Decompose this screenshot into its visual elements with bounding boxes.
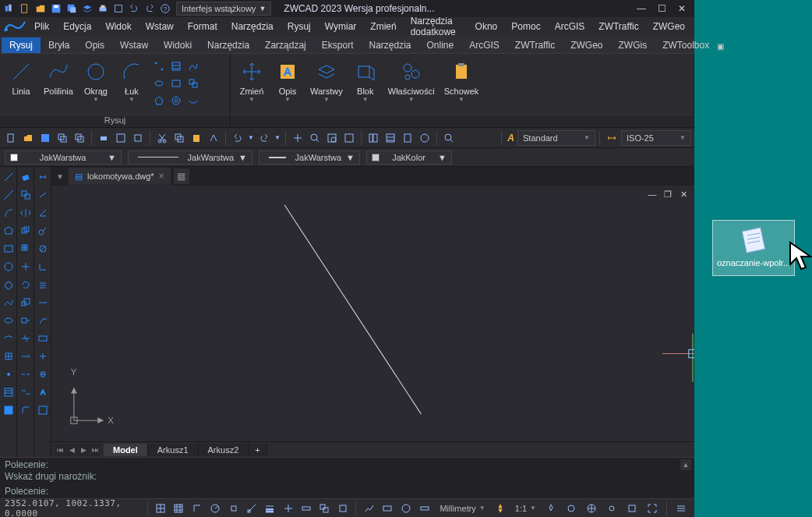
calc-icon[interactable] — [400, 130, 415, 146]
gradient-icon[interactable] — [0, 402, 17, 419]
trim-icon[interactable] — [17, 330, 34, 347]
save-icon[interactable] — [50, 2, 62, 15]
menu-arcgis[interactable]: ArcGIS — [549, 18, 591, 35]
fullscreen-icon[interactable] — [644, 501, 661, 516]
hatch-icon[interactable] — [0, 384, 17, 401]
dim-baseline-icon[interactable] — [34, 276, 51, 293]
home-icon[interactable] — [3, 2, 16, 15]
dim-aligned-icon[interactable] — [34, 186, 51, 204]
cut-icon[interactable] — [154, 130, 170, 146]
publish-icon[interactable] — [130, 130, 146, 146]
btn-luk[interactable]: Łuk▼ — [115, 57, 148, 104]
tab-widoki[interactable]: Widoki — [156, 37, 199, 53]
ellipse-arc-icon[interactable] — [0, 330, 17, 347]
cmd-history-up-icon[interactable]: ▲ — [680, 459, 691, 470]
tab-opis[interactable]: Opis — [77, 37, 112, 53]
annoscale-icon[interactable] — [492, 501, 509, 516]
menu-zmien[interactable]: Zmień — [364, 18, 402, 35]
dim-angular-icon[interactable] — [34, 204, 51, 221]
saveas-icon[interactable] — [55, 130, 70, 146]
lineweight-dropdown[interactable]: JakWarstwa▼ — [259, 150, 360, 165]
dimstyle-dropdown[interactable]: ISO-25▼ — [621, 130, 691, 146]
print-icon[interactable] — [96, 130, 111, 146]
point-icon[interactable] — [0, 366, 17, 383]
otrack-icon[interactable] — [244, 501, 259, 516]
extend-icon[interactable] — [17, 348, 34, 365]
array-icon[interactable] — [17, 240, 34, 257]
help-icon[interactable]: ? — [159, 2, 171, 15]
dim-continue-icon[interactable] — [34, 294, 51, 311]
scale-icon[interactable] — [17, 294, 34, 311]
annomonitor-icon[interactable] — [398, 501, 413, 516]
preview-icon[interactable] — [112, 2, 125, 15]
nav-last-icon[interactable]: ⏭ — [90, 444, 101, 456]
tab-zarzadzaj[interactable]: Zarządzaj — [257, 37, 314, 53]
tool-palette-icon[interactable] — [383, 130, 398, 146]
layout-add-icon[interactable]: + — [249, 444, 267, 456]
pan-icon[interactable] — [290, 130, 305, 146]
menu-narzedzia-dodatkowe[interactable]: Narzędzia dodatkowe — [404, 18, 468, 35]
nav-next-icon[interactable]: ▶ — [78, 444, 89, 456]
circle-icon[interactable] — [0, 258, 17, 275]
ortho-icon[interactable] — [189, 501, 204, 516]
menu-zwgeo[interactable]: ZWGeo — [647, 18, 691, 35]
rect-icon[interactable] — [168, 76, 184, 91]
search-icon[interactable] — [441, 130, 457, 146]
drawing-canvas[interactable]: — ❐ ✕ X Y — [51, 186, 694, 441]
saveall-icon[interactable] — [72, 130, 87, 146]
tab-wstaw[interactable]: Wstaw — [112, 37, 156, 53]
menu-edycja[interactable]: Edycja — [57, 18, 97, 35]
join-icon[interactable] — [17, 384, 34, 401]
scale-dropdown[interactable]: 1:1▼ — [512, 504, 539, 513]
menu-wymiar[interactable]: Wymiar — [319, 18, 363, 35]
copy-icon[interactable] — [171, 130, 187, 146]
preview-icon[interactable] — [113, 130, 129, 146]
btn-wlasciwosci[interactable]: Właściwości▼ — [385, 57, 438, 104]
nav-first-icon[interactable]: ⏮ — [55, 444, 65, 456]
btn-blok[interactable]: Blok▼ — [349, 57, 382, 104]
grid-icon[interactable] — [171, 501, 186, 516]
donut-icon[interactable] — [168, 93, 184, 108]
app-logo-icon[interactable] — [3, 17, 26, 36]
maximize-button[interactable]: ☐ — [652, 2, 671, 16]
ellipse-icon[interactable] — [0, 312, 17, 329]
layer-dropdown[interactable]: JakWarstwa▼ — [5, 150, 122, 165]
dyn-icon[interactable] — [281, 501, 295, 516]
dim-ord-icon[interactable] — [34, 258, 51, 275]
dimtedit-icon[interactable]: A — [34, 384, 51, 401]
polar-icon[interactable] — [208, 501, 223, 516]
stretch-icon[interactable] — [17, 312, 34, 329]
close-tab-icon[interactable]: × — [159, 171, 164, 182]
polygon-icon[interactable] — [0, 222, 17, 239]
close-button[interactable]: ✕ — [673, 2, 691, 16]
point-icon[interactable] — [151, 58, 167, 74]
redo-icon[interactable] — [143, 2, 156, 15]
new-icon[interactable] — [19, 2, 31, 15]
move-icon[interactable] — [17, 258, 34, 275]
arc-icon[interactable] — [0, 204, 17, 221]
minimize-button[interactable]: — — [632, 2, 651, 16]
btn-warstwy[interactable]: Warstwy▼ — [307, 57, 346, 104]
spline-icon[interactable] — [0, 294, 17, 311]
redo-icon[interactable] — [256, 130, 272, 146]
print-icon[interactable] — [97, 2, 109, 15]
rect-icon[interactable] — [0, 240, 17, 257]
open-icon[interactable] — [34, 2, 47, 15]
customize-icon[interactable] — [673, 501, 690, 516]
tab-eksport[interactable]: Eksport — [314, 37, 362, 53]
region-icon[interactable] — [185, 76, 201, 91]
zoom-icon[interactable] — [307, 130, 323, 146]
undo-icon[interactable] — [128, 2, 140, 15]
tab-arcgis[interactable]: ArcGIS — [461, 37, 507, 53]
cycle-icon[interactable] — [317, 501, 332, 516]
redo-dropdown-icon[interactable]: ▼ — [274, 130, 281, 146]
fillet-icon[interactable] — [17, 402, 34, 419]
insert-icon[interactable] — [0, 348, 17, 365]
tab-zwtoolbox[interactable]: ZWToolbox — [655, 37, 717, 53]
dimedit-icon[interactable] — [34, 366, 51, 383]
layout-tab-arkusz1[interactable]: Arkusz1 — [148, 444, 199, 456]
menu-okno[interactable]: Okno — [469, 18, 504, 35]
mirror-icon[interactable] — [17, 204, 34, 221]
dynui-icon[interactable] — [298, 501, 313, 516]
properties-palette-icon[interactable] — [365, 130, 381, 146]
